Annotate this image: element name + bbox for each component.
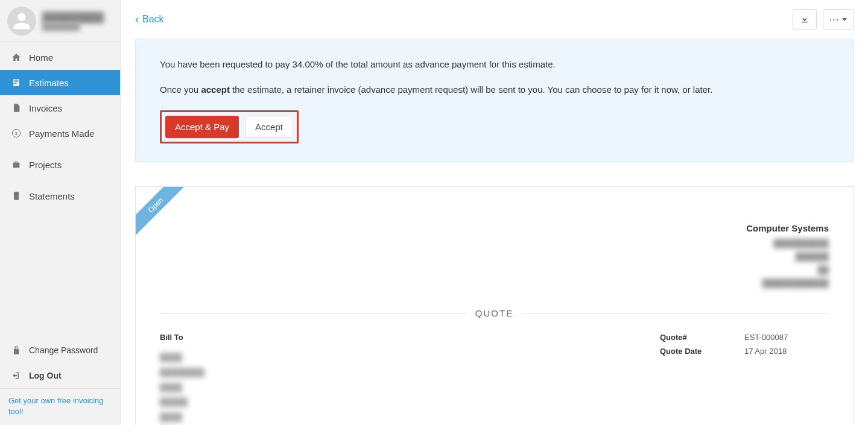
avatar xyxy=(7,7,36,36)
bill-to-label: Bill To xyxy=(160,333,636,342)
statement-icon xyxy=(11,191,22,201)
chevron-down-icon xyxy=(842,18,847,21)
notice-text: the estimate, a retainer invoice (advanc… xyxy=(230,84,712,95)
addr-line: ██████ xyxy=(160,250,829,263)
meta-row: Quote Date 17 Apr 2018 xyxy=(660,347,829,356)
sidebar-item-label: Change Password xyxy=(29,345,98,355)
divider xyxy=(523,313,829,313)
accept-button[interactable]: Accept xyxy=(245,116,293,138)
ellipsis-icon: ··· xyxy=(829,15,840,24)
addr-line: ████████ xyxy=(160,365,636,380)
profile-text: █████████ ████████ xyxy=(42,12,104,30)
quote-date-label: Quote Date xyxy=(660,347,744,356)
addr-line: ██ xyxy=(160,263,829,277)
sidebar: █████████ ████████ Home Estimates Invoic… xyxy=(0,0,121,425)
lock-icon xyxy=(11,345,22,355)
sidebar-item-payments[interactable]: $ Payments Made xyxy=(0,121,120,146)
bill-to-block: Bill To ████ ████████ ████ █████ ████ ██ xyxy=(160,333,636,425)
addr-line: ████████████ xyxy=(160,277,829,290)
sidebar-item-estimates[interactable]: Estimates xyxy=(0,70,120,95)
org-name: Computer Systems xyxy=(160,223,829,233)
notice-bold: accept xyxy=(201,84,230,95)
sidebar-item-label: Statements xyxy=(29,191,75,201)
user-icon xyxy=(12,11,31,31)
sidebar-item-change-password[interactable]: Change Password xyxy=(0,338,120,363)
accept-buttons-highlight: Accept & Pay Accept xyxy=(160,110,299,143)
home-icon xyxy=(11,52,22,62)
quote-date-value: 17 Apr 2018 xyxy=(744,347,787,356)
accept-pay-button[interactable]: Accept & Pay xyxy=(165,116,239,138)
briefcase-icon xyxy=(11,160,22,169)
notice-line1: You have been requested to pay 34.00% of… xyxy=(160,57,829,72)
divider xyxy=(160,313,466,313)
addr-line: █████ xyxy=(160,395,636,410)
sidebar-item-label: Log Out xyxy=(29,371,62,380)
bill-to-address: ████ ████████ ████ █████ ████ ██ xyxy=(160,350,636,425)
notice-text: Once you xyxy=(160,84,201,95)
addr-line: ████ xyxy=(160,380,636,395)
sidebar-item-label: Payments Made xyxy=(29,128,94,139)
addr-line: ████ xyxy=(160,410,636,425)
logout-icon xyxy=(11,371,22,380)
download-button[interactable] xyxy=(793,9,817,30)
profile-block[interactable]: █████████ ████████ xyxy=(0,0,120,42)
promo-block: Get your own free invoicing tool! xyxy=(0,388,120,425)
quote-heading: QUOTE xyxy=(160,308,829,318)
quote-num-label: Quote# xyxy=(660,333,744,342)
org-address: ██████████ ██████ ██ ████████████ xyxy=(160,237,829,290)
back-label: Back xyxy=(142,14,164,25)
invoice-icon xyxy=(11,103,22,113)
promo-link[interactable]: Get your own free invoicing tool! xyxy=(8,396,104,416)
quote-title: QUOTE xyxy=(475,308,513,318)
download-icon xyxy=(800,14,809,24)
main-content: ‹ Back ··· You have been requested to pa… xyxy=(121,0,868,425)
meta-row: Quote# EST-000087 xyxy=(660,333,829,342)
back-button[interactable]: ‹ Back xyxy=(135,13,164,26)
addr-line: ████ xyxy=(160,350,636,365)
quote-document: Open Computer Systems ██████████ ██████ … xyxy=(135,186,854,425)
quote-meta: Quote# EST-000087 Quote Date 17 Apr 2018 xyxy=(660,333,829,425)
profile-sub: ████████ xyxy=(42,23,104,30)
addr-line: ██████████ xyxy=(160,237,829,250)
profile-name: █████████ xyxy=(42,12,104,23)
more-menu-button[interactable]: ··· xyxy=(823,9,854,30)
sidebar-item-label: Invoices xyxy=(29,103,62,113)
dollar-icon: $ xyxy=(11,128,22,138)
sidebar-nav: Home Estimates Invoices $ Payments Made … xyxy=(0,42,120,209)
sidebar-item-projects[interactable]: Projects xyxy=(0,152,120,177)
chevron-left-icon: ‹ xyxy=(135,13,139,26)
top-actions: ··· xyxy=(793,9,854,30)
quote-num-value: EST-000087 xyxy=(744,333,788,342)
estimate-icon xyxy=(11,78,22,87)
sidebar-item-invoices[interactable]: Invoices xyxy=(0,95,120,121)
sidebar-item-label: Estimates xyxy=(29,78,69,88)
sidebar-item-home[interactable]: Home xyxy=(0,45,120,70)
topbar: ‹ Back ··· xyxy=(135,0,854,39)
quote-details: Bill To ████ ████████ ████ █████ ████ ██… xyxy=(160,333,829,425)
sidebar-item-statements[interactable]: Statements xyxy=(0,183,120,209)
svg-text:$: $ xyxy=(15,131,17,136)
notice-line2: Once you accept the estimate, a retainer… xyxy=(160,83,829,97)
org-block: Computer Systems ██████████ ██████ ██ ██… xyxy=(160,223,829,290)
sidebar-item-label: Home xyxy=(29,52,53,63)
payment-notice: You have been requested to pay 34.00% of… xyxy=(135,39,854,162)
sidebar-item-label: Projects xyxy=(29,160,62,170)
sidebar-bottom: Change Password Log Out Get your own fre… xyxy=(0,335,120,425)
sidebar-item-logout[interactable]: Log Out xyxy=(0,363,120,388)
